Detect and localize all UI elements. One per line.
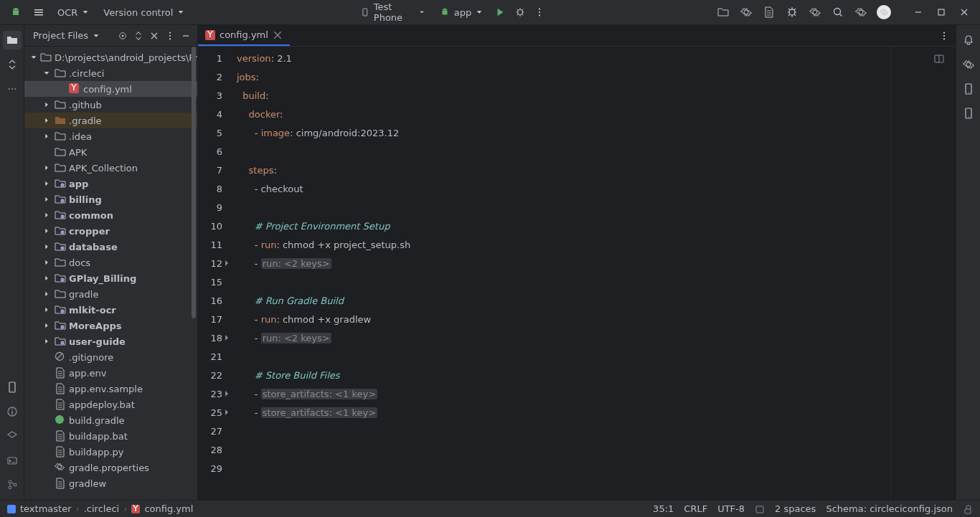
sidebar-hide[interactable] xyxy=(179,29,193,43)
right-tool-stripe xyxy=(956,25,980,500)
svg-rect-31 xyxy=(965,509,971,513)
line-ending[interactable]: CRLF xyxy=(684,503,707,514)
svg-point-18 xyxy=(9,486,11,489)
run-config-selector[interactable]: app xyxy=(434,2,489,22)
project-view-selector[interactable]: Project Files xyxy=(29,30,104,41)
file-tree[interactable]: D:\projects\android_projects\Pro .circle… xyxy=(24,47,197,500)
tab-more[interactable] xyxy=(937,29,951,43)
schema[interactable]: Schema: circleciconfig.json xyxy=(826,503,953,514)
tree-item[interactable]: APK xyxy=(24,144,197,160)
toolbar-icon-1[interactable] xyxy=(713,2,733,22)
reader-mode-icon[interactable] xyxy=(931,51,947,67)
app-logo-icon[interactable] xyxy=(6,2,26,22)
svg-rect-16 xyxy=(8,457,17,464)
window-minimize[interactable] xyxy=(908,2,928,22)
yaml-file-icon: Y xyxy=(205,30,215,40)
bottom-tool-4[interactable] xyxy=(3,451,22,470)
vcs-menu[interactable]: Version control xyxy=(98,2,190,22)
tree-item[interactable]: APK_Collection xyxy=(24,160,197,176)
main-menu-button[interactable] xyxy=(29,2,49,22)
svg-rect-15 xyxy=(11,411,12,414)
project-tool-button[interactable] xyxy=(3,31,22,49)
readonly-icon[interactable] xyxy=(755,504,765,514)
toolbar-icon-4[interactable] xyxy=(782,2,802,22)
toolbar-icon-2[interactable] xyxy=(736,2,756,22)
toolbar-icon-5[interactable] xyxy=(805,2,825,22)
tree-item[interactable]: app.env xyxy=(24,365,197,381)
tree-root[interactable]: D:\projects\android_projects\Pro xyxy=(24,49,197,65)
structure-tool-button[interactable] xyxy=(3,55,22,74)
tree-item[interactable]: GPlay_Billing xyxy=(24,270,197,286)
tree-item[interactable]: app xyxy=(24,176,197,191)
bottom-tool-5[interactable] xyxy=(3,475,22,494)
right-tool-2[interactable] xyxy=(959,80,978,98)
tree-item[interactable]: .idea xyxy=(24,128,197,144)
sidebar-close[interactable] xyxy=(147,29,161,43)
toolbar-icon-3[interactable] xyxy=(759,2,779,22)
notifications-button[interactable] xyxy=(959,31,978,49)
tree-item[interactable]: billing xyxy=(24,191,197,207)
more-run-button[interactable] xyxy=(531,2,548,22)
tree-item[interactable]: mlkit-ocr xyxy=(24,302,197,318)
project-selector[interactable]: OCR xyxy=(52,2,95,22)
lock-icon[interactable] xyxy=(963,504,973,514)
project-sidebar: Project Files D:\projects\android_projec… xyxy=(24,25,198,500)
svg-text:Y: Y xyxy=(132,505,138,513)
tree-item[interactable]: user-guide xyxy=(24,333,197,349)
search-button[interactable] xyxy=(828,2,848,22)
device-selector[interactable]: Test Phone xyxy=(355,2,430,22)
tree-item[interactable]: docs xyxy=(24,255,197,270)
status-bar: textmaster › .circleci › Y config.yml 35… xyxy=(0,500,980,517)
svg-point-17 xyxy=(9,480,11,483)
bottom-tool-1[interactable] xyxy=(3,378,22,397)
tree-item[interactable]: gradlew xyxy=(24,475,197,491)
svg-rect-30 xyxy=(756,506,763,513)
svg-rect-27 xyxy=(7,505,16,513)
svg-text:Y: Y xyxy=(207,30,213,39)
bottom-tool-3[interactable] xyxy=(3,427,22,445)
tree-scrollbar[interactable] xyxy=(192,47,197,500)
tree-item[interactable]: common xyxy=(24,207,197,223)
debug-button[interactable] xyxy=(512,2,529,22)
code-editor[interactable]: 1234567891011121516171821222325272829 ve… xyxy=(198,47,956,500)
tree-item[interactable]: build.gradle xyxy=(24,412,197,428)
select-opened-file[interactable] xyxy=(116,29,130,43)
tree-item[interactable]: gradle xyxy=(24,286,197,302)
titlebar: OCR Version control Test Phone app xyxy=(0,0,980,25)
sidebar-more[interactable] xyxy=(163,29,177,43)
tree-item[interactable]: buildapp.py xyxy=(24,444,197,460)
tab-config-yml[interactable]: Y config.yml xyxy=(198,25,290,46)
bottom-tool-2[interactable] xyxy=(3,402,22,421)
tree-item[interactable]: Yconfig.yml xyxy=(24,81,197,97)
tree-item[interactable]: MoreApps xyxy=(24,318,197,333)
tree-item[interactable]: database xyxy=(24,239,197,255)
account-avatar[interactable] xyxy=(874,2,894,22)
tree-item[interactable]: .gradle xyxy=(24,113,197,128)
run-button[interactable] xyxy=(491,2,509,22)
editor-area: Y config.yml 123456789101112151617182122… xyxy=(198,25,956,500)
tree-item[interactable]: .github xyxy=(24,97,197,113)
tree-item[interactable]: .gitignore xyxy=(24,349,197,365)
tree-item[interactable]: buildapp.bat xyxy=(24,428,197,444)
tree-item[interactable]: app.env.sample xyxy=(24,381,197,397)
cursor-position[interactable]: 35:1 xyxy=(653,503,674,514)
window-close[interactable] xyxy=(954,2,974,22)
right-tool-1[interactable] xyxy=(959,55,978,74)
indent[interactable]: 2 spaces xyxy=(775,503,816,514)
tree-item[interactable]: cropper xyxy=(24,223,197,239)
encoding[interactable]: UTF-8 xyxy=(717,503,745,514)
settings-button[interactable] xyxy=(851,2,871,22)
tree-item[interactable]: gradle.properties xyxy=(24,460,197,475)
tree-item[interactable]: appdeploy.bat xyxy=(24,397,197,412)
window-maximize[interactable] xyxy=(931,2,951,22)
expand-all[interactable] xyxy=(131,29,146,43)
svg-text:Y: Y xyxy=(70,83,77,93)
more-tool-button[interactable] xyxy=(3,80,22,98)
svg-point-19 xyxy=(14,483,17,486)
right-tool-3[interactable] xyxy=(959,104,978,123)
breadcrumb[interactable]: textmaster › .circleci › Y config.yml xyxy=(7,503,193,514)
svg-point-23 xyxy=(55,415,64,424)
editor-tabs: Y config.yml xyxy=(198,25,956,47)
tree-item[interactable]: .circleci xyxy=(24,65,197,81)
close-tab-icon[interactable] xyxy=(273,30,283,40)
